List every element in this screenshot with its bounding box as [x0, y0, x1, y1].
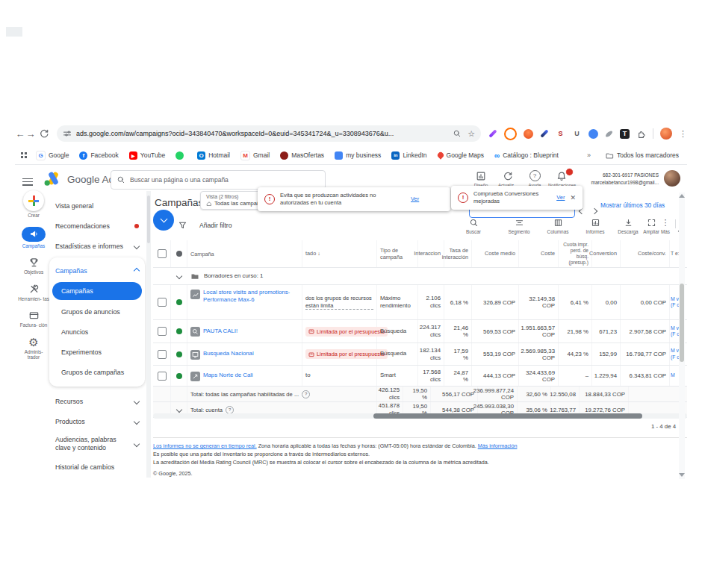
bid-strategy-link[interactable]: M	[671, 372, 675, 378]
drafts-row[interactable]: Borradores en curso: 1	[153, 268, 687, 285]
nav-grupos-de-campanas[interactable]: Grupos de campañas	[49, 362, 145, 382]
header-campaign[interactable]: Campaña	[187, 240, 302, 267]
campaign-link[interactable]: PAUTA CALI!	[203, 328, 237, 335]
header-status[interactable]: tado ↓	[302, 240, 377, 267]
header-type[interactable]: Tipo de campaña	[377, 240, 418, 267]
header-conversions[interactable]: Conversion	[592, 240, 621, 267]
rail-item-objetivos[interactable]: Objetivos	[18, 257, 49, 275]
nav-audiencias[interactable]: Audiencias, palabras clave y contenido	[49, 431, 145, 457]
apps-grid-icon[interactable]	[21, 152, 27, 158]
bookmark-google-maps[interactable]: Google Maps	[438, 151, 485, 159]
rail-item-facturacion[interactable]: Factura- ción	[18, 310, 49, 328]
header-lost-share[interactable]: Cuota impr. perd. de búsq. (presup.)	[559, 240, 592, 267]
bookmark-google[interactable]: GGoogle	[36, 151, 69, 160]
nav-experimentos[interactable]: Experimentos	[49, 342, 145, 362]
bookmark-catalogo[interactable]: ∞Catálogo : Blueprint	[494, 151, 559, 160]
rail-item-campanas[interactable]: Campañas	[18, 227, 49, 249]
t-extension-icon[interactable]: T	[620, 129, 630, 139]
footer-more-info-link[interactable]: Más información	[478, 442, 518, 449]
nav-estadisticas[interactable]: Estadísticas e informes	[49, 236, 145, 256]
leaf-extension-icon[interactable]	[605, 130, 614, 138]
help-icon[interactable]: ?	[226, 406, 234, 414]
blue-extension-icon[interactable]	[588, 129, 598, 139]
dark-pen-extension-icon[interactable]	[540, 129, 548, 137]
account-info[interactable]: 682-301-6917 PASIONES marcelabetancur199…	[568, 172, 659, 187]
extensions-puzzle-icon[interactable]	[636, 129, 646, 139]
table-row[interactable]: PAUTA CALI! Limitada por el presupuesto …	[153, 320, 687, 343]
refresh-icon[interactable]	[39, 128, 49, 139]
footer-realtime-link[interactable]: Los informes no se generan en tiempo rea…	[153, 442, 257, 449]
campaign-status[interactable]: dos los grupos de recursos están limita	[305, 295, 373, 310]
s-extension-icon[interactable]: S	[556, 129, 565, 139]
hamburger-menu-icon[interactable]	[22, 176, 33, 187]
select-all-checkbox[interactable]	[158, 249, 167, 258]
rail-item-crear[interactable]: Crear	[18, 190, 49, 219]
nav-productos[interactable]: Productos	[49, 411, 145, 431]
row-checkbox[interactable]	[158, 298, 167, 307]
zoom-icon[interactable]	[453, 129, 462, 138]
rail-item-herramientas[interactable]: Herramien- tas	[18, 284, 49, 302]
account-avatar[interactable]	[664, 170, 680, 187]
row-checkbox[interactable]	[158, 350, 167, 359]
limited-by-budget-badge[interactable]: Limitada por el presupuesto	[305, 327, 388, 337]
close-icon[interactable]: ✕	[570, 194, 576, 201]
url-bar[interactable]: ads.google.com/aw/campaigns?ocid=3438404…	[57, 125, 481, 142]
bookmark-gmail[interactable]: MGmail	[240, 151, 270, 160]
toolbar-buscar[interactable]: Buscar	[461, 218, 486, 234]
toast-ver-link[interactable]: Ver	[411, 196, 419, 202]
browser-menu-icon[interactable]: ⋮	[679, 129, 687, 139]
table-row[interactable]: Maps Norte de Cali to Smart 17.568clics …	[153, 366, 687, 387]
table-row[interactable]: Busqueda Nacional Limitada por el presup…	[153, 343, 687, 366]
bookmark-facebook[interactable]: fFacebook	[79, 151, 118, 160]
profile-avatar[interactable]	[660, 128, 672, 140]
nav-grupos-de-anuncios[interactable]: Grupos de anuncios	[49, 301, 145, 322]
u-extension-icon[interactable]: U	[572, 129, 582, 139]
toolbar-segmento[interactable]: Segmento	[503, 218, 535, 234]
url-text[interactable]: ads.google.com/aw/campaigns?ocid=3438404…	[76, 130, 453, 137]
chevron-down-icon[interactable]	[176, 407, 181, 413]
header-cost-per-conv[interactable]: Coste/conv.	[621, 240, 670, 267]
header-cost[interactable]: Coste	[519, 240, 559, 267]
header-avg-cost[interactable]: Coste medio	[472, 240, 519, 267]
orange-character-extension-icon[interactable]	[524, 129, 533, 139]
nav-historial[interactable]: Historial de cambios	[49, 457, 145, 477]
design-button[interactable]: Diseño	[468, 171, 494, 188]
limited-by-budget-badge[interactable]: Limitada por el presupuesto	[305, 349, 388, 359]
bookmark-whatsapp[interactable]	[176, 151, 187, 160]
purple-pen-extension-icon[interactable]	[488, 129, 497, 137]
nav-campanas-parent[interactable]: Campañas	[49, 260, 145, 281]
campaign-link[interactable]: Busqueda Nacional	[203, 350, 254, 357]
nav-anuncios[interactable]: Anuncios	[49, 322, 145, 342]
bookmark-linkedin[interactable]: inLinkedIn	[391, 151, 426, 160]
date-next-icon[interactable]	[592, 203, 597, 216]
row-checkbox[interactable]	[158, 327, 167, 336]
show-last-30-days-button[interactable]: Mostrar últimos 30 días	[600, 201, 665, 209]
bookmark-youtube[interactable]: ▶YouTube	[129, 151, 165, 160]
all-bookmarks-button[interactable]: Todos los marcadores	[606, 151, 679, 160]
bookmark-my-business[interactable]: my business	[335, 151, 381, 160]
bookmark-star-icon[interactable]: ☆	[468, 129, 475, 139]
toolbar-columnas[interactable]: Columnas	[542, 218, 574, 234]
toast-ver-link[interactable]: Ver	[556, 194, 565, 201]
campaign-link[interactable]: Maps Norte de Cali	[203, 372, 253, 379]
rail-item-administrador[interactable]: ⚙ Adminis- trador	[18, 337, 49, 360]
toolbar-informes[interactable]: Informes	[580, 218, 611, 234]
bookmark-masofertas[interactable]: MasOfertas	[280, 151, 324, 160]
back-icon[interactable]: ←	[15, 128, 25, 140]
row-checkbox[interactable]	[158, 372, 167, 381]
bookmarks-overflow-icon[interactable]: »	[587, 151, 591, 159]
header-interactions[interactable]: Interaccion	[418, 240, 444, 267]
filter-funnel-icon[interactable]	[178, 220, 187, 230]
nav-recomendaciones[interactable]: Recomendaciones	[49, 216, 145, 236]
add-filter-button[interactable]: Añadir filtro	[199, 222, 232, 229]
table-row[interactable]: Local store visits and promotions-Perfor…	[153, 285, 687, 320]
horizontal-scrollbar-thumb[interactable]	[373, 413, 642, 419]
nav-recursos[interactable]: Recursos	[49, 391, 145, 411]
orange-ring-extension-icon[interactable]	[504, 128, 517, 140]
nav-vista-general[interactable]: Vista general	[49, 196, 145, 216]
scroll-down-arrow[interactable]	[679, 473, 685, 477]
nav-scrollbar-thumb[interactable]	[147, 196, 150, 243]
nav-campanas-selected[interactable]: Campañas	[52, 282, 142, 300]
bookmark-hotmail[interactable]: OHotmail	[197, 151, 230, 160]
header-rate[interactable]: Tasa de interacción	[444, 240, 472, 267]
